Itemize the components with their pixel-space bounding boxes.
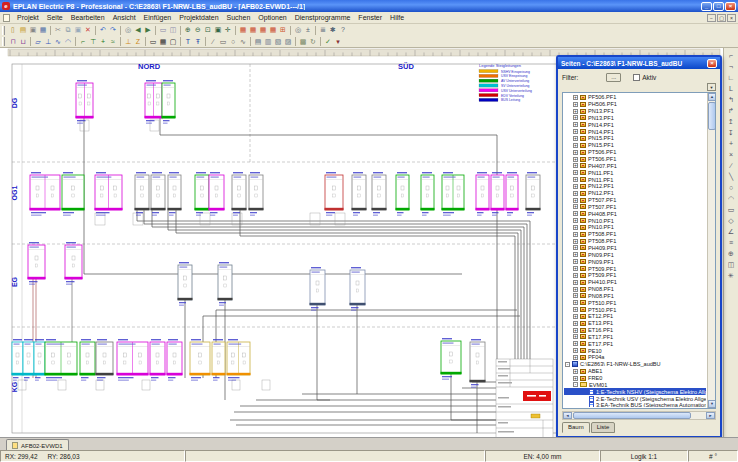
rect-tool-icon[interactable]: ▭ — [726, 204, 737, 215]
maximize-button[interactable]: □ — [713, 2, 724, 11]
tree-expander-icon[interactable]: + — [573, 225, 578, 230]
tree-item[interactable]: +PT509.PF1 — [564, 272, 706, 279]
tree-item[interactable]: +PN09.PF1 — [564, 251, 706, 258]
filter-browse-button[interactable]: ... — [606, 73, 621, 82]
tab-baum[interactable]: Baum — [562, 422, 590, 433]
tree-item[interactable]: +PH506.PF1 — [564, 101, 706, 108]
tree-expander-icon[interactable]: + — [573, 348, 578, 353]
tree-expander-icon[interactable]: + — [573, 334, 578, 339]
star-tool-icon[interactable]: ✳ — [726, 270, 737, 281]
zoom-fit-icon[interactable]: ▣ — [213, 25, 223, 35]
tree-expander-icon[interactable]: + — [573, 184, 578, 189]
cut-icon[interactable]: ✂ — [53, 25, 63, 35]
tree-item[interactable]: +PT508.PF1 — [564, 231, 706, 238]
tree-item[interactable]: +PT508.PF1 — [564, 238, 706, 245]
delete-icon[interactable]: ✕ — [83, 25, 93, 35]
tree-item[interactable]: +ET16.PF1 — [564, 327, 706, 334]
goto-prev-icon[interactable]: ◀ — [133, 25, 143, 35]
tree-expander-icon[interactable]: + — [573, 177, 578, 182]
connection-cross-icon[interactable]: + — [98, 37, 108, 47]
close-button[interactable]: × — [725, 2, 736, 11]
tree-item[interactable]: 1:E-Technik NSHV (Steigschema Elektro Al… — [564, 388, 706, 395]
menu-ansicht[interactable]: Ansicht — [109, 14, 140, 21]
tree-expander-icon[interactable]: + — [573, 232, 578, 237]
close-project-icon[interactable]: ▣ — [28, 25, 38, 35]
tree-item[interactable]: +PH408.PF1 — [564, 210, 706, 217]
tree-expander-icon[interactable]: + — [573, 252, 578, 257]
tree-item[interactable]: +PN08.PF1 — [564, 292, 706, 299]
tree-expander-icon[interactable]: + — [573, 239, 578, 244]
plc-box-icon[interactable]: ▦ — [158, 37, 168, 47]
tree-expander-icon[interactable]: + — [573, 259, 578, 264]
hatch-tool-icon[interactable]: ≡ — [726, 237, 737, 248]
tree-item[interactable]: +FRE0 — [564, 375, 706, 382]
tree-expander-icon[interactable]: + — [573, 273, 578, 278]
tree-item[interactable]: +PN10.PF1 — [564, 217, 706, 224]
tree-item[interactable]: +PF506.PF1 — [564, 94, 706, 101]
corner-upper-left-icon[interactable]: ⌐ — [726, 50, 737, 61]
tree-item[interactable]: +ET17.PF1 — [564, 340, 706, 347]
toolbar-grip[interactable] — [2, 37, 5, 46]
tree-expander-icon[interactable]: + — [573, 287, 578, 292]
polyline-icon[interactable]: ∿ — [238, 37, 248, 47]
messages-icon[interactable]: ▾ — [333, 37, 343, 47]
tree-expander-icon[interactable]: + — [573, 293, 578, 298]
pages-dialog[interactable]: Seiten - C:\E2863\ F1-NRW-LBS_audBU × Fi… — [556, 55, 722, 438]
redo-icon[interactable]: ↷ — [108, 25, 118, 35]
tree-expander-icon[interactable]: + — [573, 198, 578, 203]
menu-suchen[interactable]: Suchen — [223, 14, 255, 21]
tree-expander-icon[interactable]: + — [573, 218, 578, 223]
tree-item[interactable]: +PT506.PF1 — [564, 149, 706, 156]
scroll-right-icon[interactable]: ► — [706, 412, 715, 419]
pan-icon[interactable]: ✛ — [223, 25, 233, 35]
undo-icon[interactable]: ↶ — [98, 25, 108, 35]
page-macro-icon[interactable]: ▭ — [158, 25, 168, 35]
scroll-down-icon[interactable]: ▼ — [708, 400, 716, 408]
tree-item[interactable]: +ET17.PF1 — [564, 334, 706, 341]
device-icon[interactable]: ▱ — [33, 37, 43, 47]
settings-icon[interactable]: ✱ — [328, 25, 338, 35]
update-icon[interactable]: ↻ — [308, 37, 318, 47]
tree-expander-icon[interactable]: - — [565, 362, 570, 367]
arc-tool-icon[interactable]: ◠ — [726, 193, 737, 204]
tree-expander-icon[interactable]: + — [573, 115, 578, 120]
scroll-up-icon[interactable]: ▲ — [708, 93, 716, 101]
tree-expander-icon[interactable]: + — [573, 150, 578, 155]
tree-expander-icon[interactable]: + — [573, 122, 578, 127]
vertical-scrollbar[interactable]: ▲ ▼ — [707, 93, 715, 408]
tree-expander-icon[interactable]: + — [573, 328, 578, 333]
tree-expander-icon[interactable]: + — [573, 204, 578, 209]
tree-expander-icon[interactable]: + — [573, 143, 578, 148]
menu-projektdaten[interactable]: Projektdaten — [175, 14, 222, 21]
aktiv-checkbox[interactable] — [633, 74, 640, 81]
polygon-tool-icon[interactable]: ◇ — [726, 215, 737, 226]
tree-expander-icon[interactable]: + — [573, 266, 578, 271]
tree-item[interactable]: +PN08.PF1 — [564, 286, 706, 293]
tree-item[interactable]: +PN13.PF1 — [564, 108, 706, 115]
grid-b-icon[interactable]: ▦ — [248, 25, 258, 35]
tree-item[interactable]: +PN15.PF1 — [564, 142, 706, 149]
scrollbar-thumb[interactable] — [573, 412, 691, 419]
tree-expander-icon[interactable]: + — [573, 376, 578, 381]
increment-icon[interactable]: ± — [303, 25, 313, 35]
tree-item[interactable]: +PH407.PF1 — [564, 162, 706, 169]
reports-icon[interactable]: ▩ — [298, 37, 308, 47]
grid-d-icon[interactable]: ▦ — [268, 25, 278, 35]
arrow-up-icon[interactable]: ↥ — [726, 116, 737, 127]
black-box-icon[interactable]: ▭ — [148, 37, 158, 47]
zoom-in-icon[interactable]: ⊕ — [183, 25, 193, 35]
tree-expander-icon[interactable]: + — [573, 163, 578, 168]
cable-icon[interactable]: ∿ — [53, 37, 63, 47]
tree-expander-icon[interactable]: + — [573, 300, 578, 305]
tree-item[interactable]: +PN11.PF1 — [564, 176, 706, 183]
tree-item[interactable]: +ET13.PF1 — [564, 320, 706, 327]
text-icon[interactable]: T — [183, 37, 193, 47]
tree-expander-icon[interactable]: + — [573, 211, 578, 216]
menu-projekt[interactable]: Projekt — [13, 14, 43, 21]
filter-dropdown-icon[interactable]: ▼ — [707, 83, 716, 91]
tree-item[interactable]: +PT509.PF1 — [564, 265, 706, 272]
tree-item[interactable]: +PH409.PF1 — [564, 245, 706, 252]
tree-item[interactable]: -EVM01 — [564, 381, 706, 388]
tree-item[interactable]: +PE10 — [564, 347, 706, 354]
tree-item[interactable]: +PH410.PF1 — [564, 279, 706, 286]
